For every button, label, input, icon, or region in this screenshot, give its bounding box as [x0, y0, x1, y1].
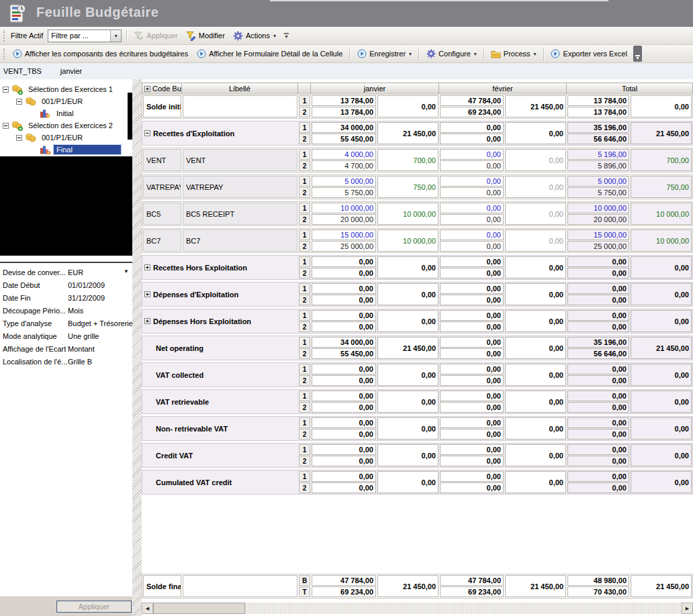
- value-cell[interactable]: 70 430,00: [567, 586, 629, 597]
- tree-item-001-p1-eur[interactable]: −001/P1/EUR: [0, 132, 132, 144]
- value-cell[interactable]: 0,00: [440, 149, 504, 160]
- value-cell[interactable]: 25 000,00: [567, 241, 629, 252]
- merged-value-cell[interactable]: 0,00: [505, 203, 566, 225]
- value-cell[interactable]: 0,00: [440, 122, 504, 133]
- value-cell[interactable]: 0,00: [567, 321, 629, 332]
- value-cell[interactable]: 0,00: [312, 375, 376, 386]
- toolbar-button-afficher-les-composants-des-critures-budg-taires[interactable]: Afficher les composants des écritures bu…: [8, 48, 192, 60]
- value-cell[interactable]: 0,00: [567, 295, 629, 305]
- value-cell[interactable]: 69 234,00: [440, 107, 504, 117]
- merged-value-cell[interactable]: 0,00: [631, 471, 692, 493]
- merged-value-cell[interactable]: 0,00: [631, 417, 692, 440]
- merged-value-cell[interactable]: 0,00: [505, 283, 566, 305]
- value-cell[interactable]: 0,00: [440, 268, 504, 278]
- scroll-right-button[interactable]: ▶: [682, 603, 693, 614]
- value-cell[interactable]: 0,00: [312, 310, 376, 321]
- merged-value-cell[interactable]: 700,00: [631, 149, 692, 171]
- merged-value-cell[interactable]: 0,00: [631, 95, 692, 117]
- merged-value-cell[interactable]: 0,00: [505, 176, 566, 198]
- value-cell[interactable]: 0,00: [440, 417, 504, 428]
- merged-value-cell[interactable]: 10 000,00: [377, 229, 438, 252]
- value-cell[interactable]: 15 000,00: [312, 229, 376, 240]
- merged-value-cell[interactable]: 10 000,00: [631, 203, 692, 225]
- merged-value-cell[interactable]: 21 450,00: [631, 337, 692, 359]
- value-cell[interactable]: 0,00: [440, 364, 504, 374]
- value-cell[interactable]: 0,00: [440, 456, 504, 466]
- value-cell[interactable]: 5 000,00: [312, 176, 376, 187]
- column-header-janvier[interactable]: janvier: [311, 83, 439, 94]
- value-cell[interactable]: 0,00: [312, 364, 376, 374]
- value-cell[interactable]: 0,00: [440, 214, 504, 225]
- value-cell[interactable]: 56 646,00: [567, 134, 629, 144]
- value-cell[interactable]: 0,00: [440, 203, 504, 213]
- value-cell[interactable]: 0,00: [312, 482, 376, 493]
- value-cell[interactable]: 0,00: [440, 471, 504, 482]
- value-cell[interactable]: 0,00: [440, 229, 504, 240]
- header-expand-icon[interactable]: +: [144, 86, 150, 92]
- column-header-f-vrier[interactable]: février: [439, 83, 567, 94]
- value-cell[interactable]: 0,00: [567, 375, 629, 386]
- value-cell[interactable]: 5 000,00: [567, 176, 629, 187]
- value-cell[interactable]: 0,00: [312, 391, 376, 401]
- value-cell[interactable]: 0,00: [440, 482, 504, 493]
- value-cell[interactable]: 13 784,00: [312, 95, 376, 106]
- value-cell[interactable]: 0,00: [567, 456, 629, 466]
- value-cell[interactable]: 0,00: [440, 391, 504, 401]
- value-cell[interactable]: 13 784,00: [567, 95, 629, 106]
- value-cell[interactable]: 34 000,00: [312, 337, 376, 348]
- value-cell[interactable]: 0,00: [440, 375, 504, 386]
- value-cell[interactable]: 13 784,00: [312, 107, 376, 117]
- value-cell[interactable]: 0,00: [312, 402, 376, 413]
- value-cell[interactable]: 20 000,00: [567, 214, 629, 225]
- toolbar-grip[interactable]: [3, 48, 5, 60]
- value-cell[interactable]: 25 000,00: [312, 241, 376, 252]
- value-cell[interactable]: 0,00: [312, 471, 376, 482]
- column-header-code[interactable]: +Code Bu...: [142, 83, 182, 94]
- tree-expander-icon[interactable]: −: [3, 87, 9, 93]
- value-cell[interactable]: 0,00: [312, 283, 376, 294]
- scroll-left-button[interactable]: ◀: [142, 603, 153, 614]
- value-cell[interactable]: 4 700,00: [312, 160, 376, 171]
- value-cell[interactable]: 5 896,00: [567, 160, 629, 171]
- chevron-down-icon[interactable]: ▼: [124, 268, 129, 274]
- merged-value-cell[interactable]: 0,00: [505, 122, 566, 144]
- value-cell[interactable]: 0,00: [312, 256, 376, 267]
- apply-button[interactable]: Appliquer: [56, 601, 132, 613]
- tree-item-final[interactable]: Final: [0, 144, 132, 156]
- value-cell[interactable]: 0,00: [567, 402, 629, 413]
- merged-value-cell[interactable]: 0,00: [505, 417, 566, 440]
- merged-value-cell[interactable]: 21 450,00: [631, 122, 692, 144]
- merged-value-cell[interactable]: 21 450,00: [631, 575, 692, 597]
- sidebar-splitter[interactable]: [132, 79, 142, 616]
- merged-value-cell[interactable]: 0,00: [377, 310, 438, 332]
- merged-value-cell[interactable]: 0,00: [505, 471, 566, 493]
- value-cell[interactable]: 55 450,00: [312, 134, 376, 144]
- merged-value-cell[interactable]: 750,00: [377, 176, 438, 198]
- value-cell[interactable]: 0,00: [440, 160, 504, 171]
- section-expander-icon[interactable]: −: [144, 130, 150, 136]
- section-expander-icon[interactable]: +: [144, 318, 150, 324]
- value-cell[interactable]: 0,00: [567, 444, 629, 455]
- toolbar-button-exporter-vers-excel[interactable]: Exporter vers Excel: [547, 48, 631, 60]
- toolbar-button-afficher-le-formulaire-d-tail-de-la-cellule[interactable]: Afficher le Formulaire Détail de la Cell…: [192, 48, 346, 60]
- merged-value-cell[interactable]: 0,00: [377, 391, 438, 413]
- value-cell[interactable]: 69 234,00: [440, 586, 504, 597]
- toolbar-overflow-button[interactable]: ▼: [633, 46, 642, 62]
- value-cell[interactable]: 0,00: [440, 187, 504, 198]
- merged-value-cell[interactable]: 0,00: [377, 417, 438, 440]
- value-cell[interactable]: 35 196,00: [567, 122, 629, 133]
- value-cell[interactable]: 0,00: [567, 283, 629, 294]
- value-cell[interactable]: 10 000,00: [312, 203, 376, 213]
- merged-value-cell[interactable]: 700,00: [377, 149, 438, 171]
- merged-value-cell[interactable]: 0,00: [631, 256, 692, 278]
- value-cell[interactable]: 0,00: [440, 321, 504, 332]
- value-cell[interactable]: 0,00: [312, 429, 376, 440]
- value-cell[interactable]: 0,00: [567, 471, 629, 482]
- value-cell[interactable]: 0,00: [440, 295, 504, 305]
- value-cell[interactable]: 55 450,00: [312, 348, 376, 359]
- modify-filter-button[interactable]: Modifier: [182, 30, 229, 42]
- value-cell[interactable]: 0,00: [567, 391, 629, 401]
- value-cell[interactable]: 0,00: [440, 444, 504, 455]
- merged-value-cell[interactable]: 0,00: [631, 310, 692, 332]
- tree-item-s-lection-des-exercices-2[interactable]: −Sélection des Exercices 2: [0, 119, 132, 132]
